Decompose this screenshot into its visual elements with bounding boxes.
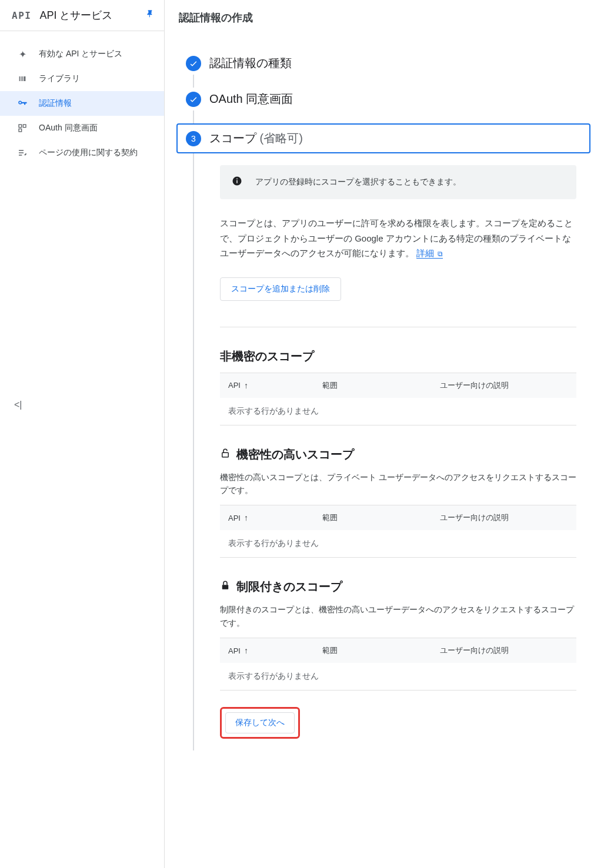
col-scope[interactable]: 範囲	[322, 380, 405, 391]
empty-state: 表示する行がありません	[220, 398, 576, 425]
svg-rect-1	[23, 125, 26, 128]
step-label: OAuth 同意画面	[209, 91, 293, 107]
check-icon	[186, 92, 201, 107]
sidebar-header: API API とサービス	[0, 0, 164, 31]
settings-list-icon	[16, 147, 28, 159]
library-icon	[16, 73, 28, 85]
step-connector	[193, 110, 194, 123]
diamond-icon: ✦	[16, 48, 28, 60]
empty-state: 表示する行がありません	[220, 530, 576, 558]
svg-rect-5	[236, 179, 238, 180]
svg-rect-4	[236, 180, 238, 183]
learn-more-link[interactable]: 詳細 ⧉	[416, 248, 442, 259]
check-icon	[186, 56, 201, 71]
step-2[interactable]: OAuth 同意画面	[186, 88, 600, 110]
nav-label: OAuth 同意画面	[39, 123, 98, 133]
sort-up-icon: ↑	[244, 646, 248, 655]
svg-rect-7	[222, 585, 229, 590]
nav-label: 有効な API とサービス	[39, 49, 122, 59]
step-label: スコープ	[209, 132, 256, 145]
nonsensitive-section-title: 非機密のスコープ	[220, 348, 576, 364]
sidebar-item-library[interactable]: ライブラリ	[0, 66, 164, 91]
step-content: アプリの登録時にスコープを選択することもできます。 スコープとは、アプリのユーザ…	[193, 153, 600, 750]
col-desc[interactable]: ユーザー向けの説明	[440, 380, 568, 391]
sidebar-title: API とサービス	[39, 8, 145, 22]
svg-rect-0	[19, 125, 22, 128]
save-and-continue-button[interactable]: 保存して次へ	[225, 712, 295, 733]
col-scope[interactable]: 範囲	[322, 645, 405, 656]
divider	[220, 327, 576, 327]
nav-label: ライブラリ	[39, 73, 80, 84]
svg-rect-6	[222, 453, 229, 457]
col-desc[interactable]: ユーザー向けの説明	[440, 645, 568, 656]
restricted-desc: 制限付きのスコープとは、機密性の高いユーザーデータへのアクセスをリクエストするス…	[220, 603, 576, 629]
highlight-box: 保存して次へ	[220, 707, 300, 739]
col-scope[interactable]: 範囲	[322, 512, 405, 523]
sidebar-item-oauth-consent[interactable]: OAuth 同意画面	[0, 116, 164, 140]
sensitive-section-title: 機密性の高いスコープ	[220, 447, 576, 463]
sidebar-item-enabled-apis[interactable]: ✦ 有効な API とサービス	[0, 42, 164, 66]
nav-list: ✦ 有効な API とサービス ライブラリ 認証情報 OAuth 同意画面	[0, 31, 164, 165]
col-desc[interactable]: ユーザー向けの説明	[440, 512, 568, 523]
svg-rect-2	[19, 129, 22, 132]
empty-state: 表示する行がありません	[220, 663, 576, 691]
lock-icon	[220, 580, 231, 594]
sidebar-item-credentials[interactable]: 認証情報	[0, 91, 164, 116]
restricted-section-title: 制限付きのスコープ	[220, 579, 576, 595]
collapse-sidebar-icon[interactable]: <|	[14, 400, 22, 410]
sidebar-item-page-usage[interactable]: ページの使用に関する契約	[0, 140, 164, 165]
consent-icon	[16, 122, 28, 134]
table-header: API↑ 範囲 ユーザー向けの説明	[220, 638, 576, 663]
nav-label: ページの使用に関する契約	[39, 148, 138, 158]
sort-up-icon: ↑	[244, 381, 248, 390]
info-icon	[232, 176, 242, 189]
sidebar: API API とサービス ✦ 有効な API とサービス ライブラリ	[0, 0, 165, 868]
lock-open-icon	[220, 448, 231, 461]
info-banner: アプリの登録時にスコープを選択することもできます。	[220, 165, 576, 199]
step-1[interactable]: 認証情報の種類	[186, 52, 600, 75]
sensitive-desc: 機密性の高いスコープとは、プライベート ユーザーデータへのアクセスをリクエストす…	[220, 471, 576, 497]
page-title: 認証情報の作成	[165, 0, 614, 35]
table-header: API↑ 範囲 ユーザー向けの説明	[220, 373, 576, 398]
sort-up-icon: ↑	[244, 513, 248, 522]
nav-label: 認証情報	[39, 98, 72, 109]
key-icon	[16, 98, 28, 109]
step-3-active: 3 スコープ (省略可)	[176, 123, 590, 153]
banner-text: アプリの登録時にスコープを選択することもできます。	[255, 177, 461, 187]
step-label: 認証情報の種類	[209, 55, 292, 71]
api-logo: API	[12, 10, 31, 21]
step-connector	[193, 75, 194, 88]
step-sublabel: (省略可)	[260, 132, 303, 145]
scope-description: スコープとは、アプリのユーザーに許可を求める権限を表します。スコープを定めること…	[220, 216, 576, 261]
main-content: 認証情報の作成 認証情報の種類 OAuth 同意画面 3 スコープ	[165, 0, 614, 868]
col-api[interactable]: API↑	[228, 645, 287, 656]
external-link-icon: ⧉	[435, 250, 442, 258]
stepper: 認証情報の種類 OAuth 同意画面 3 スコープ (省略可)	[165, 35, 614, 750]
step-number: 3	[186, 131, 201, 146]
col-api[interactable]: API↑	[228, 380, 287, 391]
pin-icon[interactable]	[145, 9, 155, 21]
add-remove-scopes-button[interactable]: スコープを追加または削除	[220, 277, 341, 301]
table-header: API↑ 範囲 ユーザー向けの説明	[220, 505, 576, 530]
col-api[interactable]: API↑	[228, 512, 287, 523]
